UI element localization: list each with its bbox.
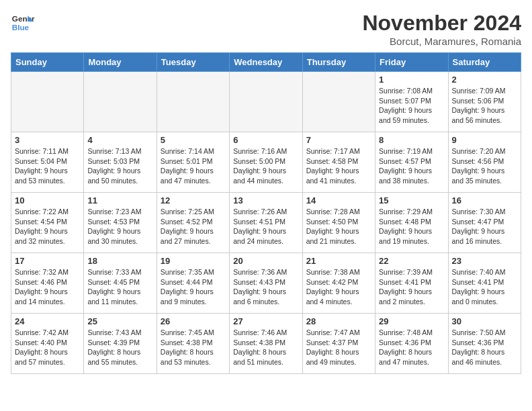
calendar-cell: 25Sunrise: 7:43 AM Sunset: 4:39 PM Dayli… xyxy=(84,314,157,374)
weekday-header-row: SundayMondayTuesdayWednesdayThursdayFrid… xyxy=(11,53,521,72)
day-detail: Sunrise: 7:11 AM Sunset: 5:04 PM Dayligh… xyxy=(15,146,80,186)
day-detail: Sunrise: 7:25 AM Sunset: 4:52 PM Dayligh… xyxy=(161,207,226,246)
day-detail: Sunrise: 7:14 AM Sunset: 5:01 PM Dayligh… xyxy=(161,146,226,186)
day-number: 29 xyxy=(379,316,444,326)
day-number: 22 xyxy=(379,256,444,266)
day-detail: Sunrise: 7:40 AM Sunset: 4:41 PM Dayligh… xyxy=(452,267,517,307)
calendar-cell xyxy=(230,72,302,132)
weekday-header-cell: Saturday xyxy=(448,53,521,72)
day-detail: Sunrise: 7:33 AM Sunset: 4:45 PM Dayligh… xyxy=(87,267,152,307)
day-detail: Sunrise: 7:17 AM Sunset: 4:58 PM Dayligh… xyxy=(306,146,371,186)
day-detail: Sunrise: 7:32 AM Sunset: 4:46 PM Dayligh… xyxy=(15,267,80,307)
calendar-cell: 20Sunrise: 7:36 AM Sunset: 4:43 PM Dayli… xyxy=(230,253,302,314)
calendar-cell: 9Sunrise: 7:20 AM Sunset: 4:56 PM Daylig… xyxy=(448,132,521,193)
calendar-cell: 11Sunrise: 7:23 AM Sunset: 4:53 PM Dayli… xyxy=(84,193,157,253)
calendar-body: 1Sunrise: 7:08 AM Sunset: 5:07 PM Daylig… xyxy=(11,72,521,374)
calendar-cell: 4Sunrise: 7:13 AM Sunset: 5:03 PM Daylig… xyxy=(84,132,157,193)
day-number: 13 xyxy=(233,195,298,205)
day-number: 9 xyxy=(452,135,517,145)
svg-text:Blue: Blue xyxy=(12,23,30,32)
day-detail: Sunrise: 7:47 AM Sunset: 4:37 PM Dayligh… xyxy=(306,328,371,367)
calendar-cell: 23Sunrise: 7:40 AM Sunset: 4:41 PM Dayli… xyxy=(448,253,521,314)
logo-icon: General Blue xyxy=(11,11,35,35)
calendar-week-row: 10Sunrise: 7:22 AM Sunset: 4:54 PM Dayli… xyxy=(11,193,521,253)
day-detail: Sunrise: 7:48 AM Sunset: 4:36 PM Dayligh… xyxy=(379,328,444,367)
calendar-cell xyxy=(84,72,157,132)
day-number: 8 xyxy=(379,135,444,145)
day-number: 23 xyxy=(452,256,517,266)
calendar-cell: 7Sunrise: 7:17 AM Sunset: 4:58 PM Daylig… xyxy=(302,132,375,193)
day-detail: Sunrise: 7:22 AM Sunset: 4:54 PM Dayligh… xyxy=(15,207,80,246)
day-number: 10 xyxy=(15,195,80,205)
day-detail: Sunrise: 7:19 AM Sunset: 4:57 PM Dayligh… xyxy=(379,146,444,186)
calendar-cell xyxy=(11,72,84,132)
day-number: 25 xyxy=(87,316,152,326)
calendar-cell: 29Sunrise: 7:48 AM Sunset: 4:36 PM Dayli… xyxy=(375,314,448,374)
day-number: 1 xyxy=(379,75,444,85)
location-subtitle: Borcut, Maramures, Romania xyxy=(362,36,521,47)
calendar-cell: 21Sunrise: 7:38 AM Sunset: 4:42 PM Dayli… xyxy=(302,253,375,314)
calendar-cell: 27Sunrise: 7:46 AM Sunset: 4:38 PM Dayli… xyxy=(230,314,302,374)
weekday-header-cell: Monday xyxy=(84,53,157,72)
day-number: 4 xyxy=(87,135,152,145)
day-number: 11 xyxy=(87,195,152,205)
calendar-week-row: 1Sunrise: 7:08 AM Sunset: 5:07 PM Daylig… xyxy=(11,72,521,132)
logo: General Blue xyxy=(11,11,35,35)
day-detail: Sunrise: 7:16 AM Sunset: 5:00 PM Dayligh… xyxy=(233,146,298,186)
day-number: 5 xyxy=(161,135,226,145)
page-header: General Blue November 2024 Borcut, Maram… xyxy=(11,11,521,47)
calendar-cell: 28Sunrise: 7:47 AM Sunset: 4:37 PM Dayli… xyxy=(302,314,375,374)
title-area: November 2024 Borcut, Maramures, Romania xyxy=(362,11,521,47)
day-number: 20 xyxy=(233,256,298,266)
calendar-cell: 3Sunrise: 7:11 AM Sunset: 5:04 PM Daylig… xyxy=(11,132,84,193)
day-number: 24 xyxy=(15,316,80,326)
day-detail: Sunrise: 7:29 AM Sunset: 4:48 PM Dayligh… xyxy=(379,207,444,246)
calendar-cell: 15Sunrise: 7:29 AM Sunset: 4:48 PM Dayli… xyxy=(375,193,448,253)
calendar-cell xyxy=(157,72,229,132)
day-detail: Sunrise: 7:45 AM Sunset: 4:38 PM Dayligh… xyxy=(161,328,226,367)
day-detail: Sunrise: 7:28 AM Sunset: 4:50 PM Dayligh… xyxy=(306,207,371,246)
weekday-header-cell: Wednesday xyxy=(230,53,302,72)
day-detail: Sunrise: 7:09 AM Sunset: 5:06 PM Dayligh… xyxy=(452,86,517,126)
day-detail: Sunrise: 7:38 AM Sunset: 4:42 PM Dayligh… xyxy=(306,267,371,307)
day-number: 27 xyxy=(233,316,298,326)
calendar-cell: 10Sunrise: 7:22 AM Sunset: 4:54 PM Dayli… xyxy=(11,193,84,253)
day-detail: Sunrise: 7:39 AM Sunset: 4:41 PM Dayligh… xyxy=(379,267,444,307)
day-number: 17 xyxy=(15,256,80,266)
svg-text:General: General xyxy=(12,14,35,23)
calendar-cell: 5Sunrise: 7:14 AM Sunset: 5:01 PM Daylig… xyxy=(157,132,229,193)
calendar-cell: 17Sunrise: 7:32 AM Sunset: 4:46 PM Dayli… xyxy=(11,253,84,314)
calendar-cell: 12Sunrise: 7:25 AM Sunset: 4:52 PM Dayli… xyxy=(157,193,229,253)
day-detail: Sunrise: 7:42 AM Sunset: 4:40 PM Dayligh… xyxy=(15,328,80,367)
calendar-cell: 18Sunrise: 7:33 AM Sunset: 4:45 PM Dayli… xyxy=(84,253,157,314)
day-detail: Sunrise: 7:20 AM Sunset: 4:56 PM Dayligh… xyxy=(452,146,517,186)
day-number: 15 xyxy=(379,195,444,205)
calendar-cell: 30Sunrise: 7:50 AM Sunset: 4:36 PM Dayli… xyxy=(448,314,521,374)
calendar-cell: 13Sunrise: 7:26 AM Sunset: 4:51 PM Dayli… xyxy=(230,193,302,253)
day-detail: Sunrise: 7:23 AM Sunset: 4:53 PM Dayligh… xyxy=(87,207,152,246)
day-number: 26 xyxy=(161,316,226,326)
calendar-week-row: 24Sunrise: 7:42 AM Sunset: 4:40 PM Dayli… xyxy=(11,314,521,374)
calendar-table: SundayMondayTuesdayWednesdayThursdayFrid… xyxy=(11,52,521,374)
calendar-week-row: 17Sunrise: 7:32 AM Sunset: 4:46 PM Dayli… xyxy=(11,253,521,314)
day-number: 6 xyxy=(233,135,298,145)
weekday-header-cell: Friday xyxy=(375,53,448,72)
day-detail: Sunrise: 7:36 AM Sunset: 4:43 PM Dayligh… xyxy=(233,267,298,307)
calendar-cell: 19Sunrise: 7:35 AM Sunset: 4:44 PM Dayli… xyxy=(157,253,229,314)
weekday-header-cell: Tuesday xyxy=(157,53,229,72)
month-title: November 2024 xyxy=(362,11,521,36)
calendar-cell: 6Sunrise: 7:16 AM Sunset: 5:00 PM Daylig… xyxy=(230,132,302,193)
weekday-header-cell: Thursday xyxy=(302,53,375,72)
calendar-cell: 22Sunrise: 7:39 AM Sunset: 4:41 PM Dayli… xyxy=(375,253,448,314)
day-number: 2 xyxy=(452,75,517,85)
calendar-cell: 8Sunrise: 7:19 AM Sunset: 4:57 PM Daylig… xyxy=(375,132,448,193)
day-number: 28 xyxy=(306,316,371,326)
day-detail: Sunrise: 7:30 AM Sunset: 4:47 PM Dayligh… xyxy=(452,207,517,246)
day-detail: Sunrise: 7:35 AM Sunset: 4:44 PM Dayligh… xyxy=(161,267,226,307)
day-number: 21 xyxy=(306,256,371,266)
day-number: 19 xyxy=(161,256,226,266)
calendar-cell xyxy=(302,72,375,132)
day-detail: Sunrise: 7:13 AM Sunset: 5:03 PM Dayligh… xyxy=(87,146,152,186)
calendar-cell: 16Sunrise: 7:30 AM Sunset: 4:47 PM Dayli… xyxy=(448,193,521,253)
day-number: 18 xyxy=(87,256,152,266)
